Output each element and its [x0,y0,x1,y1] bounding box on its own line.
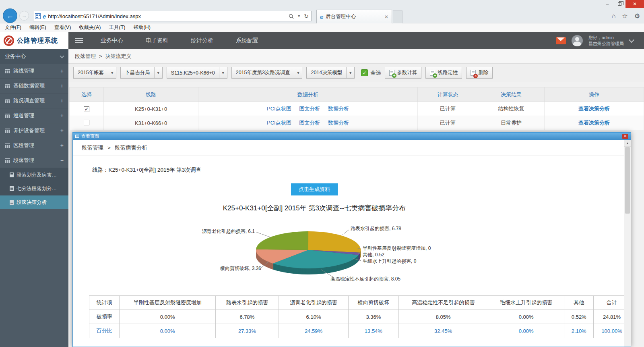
url-text[interactable]: http://localhost:65171/Admin/Index.aspx [48,13,287,19]
expand-plus-icon[interactable]: + [60,112,64,119]
graphic-analysis-link[interactable]: 图文分析 [299,106,320,112]
favorites-star-icon[interactable]: ☆ [622,12,627,20]
chevron-down-icon [60,54,64,58]
line-cell: K25+0-K31+0 [104,102,198,116]
row-checkbox[interactable] [84,106,89,112]
dropdown-survey[interactable]: 2015年度第3次路况调查▼ [231,67,303,79]
sidebar-item-section-mgmt[interactable]: 区段管理+ [0,138,68,153]
col-line: 线路 [104,87,198,102]
sidebar-subitem-segment-division[interactable]: 段落划分及病害… [0,168,68,182]
nav-statistics[interactable]: 统计分析 [180,32,225,49]
scroll-up-icon[interactable]: ▲ [624,140,631,147]
pci-dot-chart-link[interactable]: PCI点状图 [267,120,291,126]
browser-forward-button[interactable]: → [19,11,29,21]
sidebar-section-business-center[interactable]: 业务中心 [0,49,68,64]
dropdown-account-year[interactable]: 2015年帐套▼ [73,67,116,79]
address-dropdown-icon[interactable]: ▼ [297,14,301,18]
chart-title: K25+0-K31+0[全副] 2015年 第3次调查--七类病害破损率分布 [89,204,540,213]
module-icon [5,143,10,148]
param-calc-button[interactable]: 参数计算 [385,67,421,79]
expand-plus-icon[interactable]: + [60,68,64,74]
menu-view[interactable]: 查看(V) [54,24,71,31]
collapse-minus-icon[interactable]: − [60,157,64,164]
dropdown-route[interactable]: S115:K25+0-K66+0▼ [167,67,227,79]
compatibility-view-icon[interactable] [35,13,41,19]
nav-electronic-files[interactable]: 电子资料 [134,32,180,49]
generate-data-button[interactable]: 点击生成资料 [291,183,338,195]
sidebar-item-route-mgmt[interactable]: 路线管理+ [0,64,68,79]
menu-favorites[interactable]: 收藏夹(A) [79,24,101,31]
col-data-analysis: 数据分析 [198,87,418,102]
settings-gear-icon[interactable]: ⚙ [634,12,640,20]
expand-plus-icon[interactable]: + [60,127,64,134]
scrollbar-thumb[interactable] [625,147,630,214]
module-icon [5,99,10,103]
mail-icon[interactable] [556,37,566,44]
dropdown-caret-icon: ▼ [219,67,227,78]
sidebar-item-base-data-mgmt[interactable]: 基础数据管理+ [0,79,68,94]
expand-plus-icon[interactable]: + [60,142,64,149]
select-all-checkbox[interactable]: 全选 [361,69,381,77]
browser-menubar: 文件(F) 编辑(E) 查看(V) 收藏夹(A) 工具(T) 帮助(H) [0,23,644,32]
new-tab-button[interactable] [393,10,402,23]
dropdown-branch[interactable]: 卜昌吉分局▼ [120,67,163,79]
browser-tab[interactable]: e 后台管理中心 ✕ [316,10,392,23]
view-decision-link[interactable]: 查看决策分析 [578,120,610,126]
sidebar-item-patrol-mgmt[interactable]: 巡道管理+ [0,108,68,123]
user-avatar[interactable] [572,35,583,46]
breadcrumb-parent[interactable]: 段落管理 [75,53,96,60]
sidebar-subitem-seven-method[interactable]: 七分法段落划分… [0,182,68,195]
window-maximize-button[interactable] [613,0,625,8]
delete-button[interactable]: 删除 [466,67,493,79]
window-close-button[interactable]: ✕ [625,0,644,8]
home-icon[interactable]: ⌂ [612,12,616,20]
menu-edit[interactable]: 编辑(E) [29,24,46,31]
menu-file[interactable]: 文件(F) [5,24,21,31]
stats-row-name: 破损率 [89,310,120,324]
modal-close-button[interactable]: ✕ [622,134,628,139]
dropdown-decision-model[interactable]: 2014决策模型▼ [306,67,355,79]
menu-help[interactable]: 帮助(H) [133,24,150,31]
data-analysis-link[interactable]: 数据分析 [328,106,349,112]
graphic-analysis-link[interactable]: 图文分析 [299,120,320,126]
col-decision-result: 决策结果 [478,87,545,102]
menu-tools[interactable]: 工具(T) [109,24,125,31]
sidebar-item-segment-mgmt[interactable]: 段落管理− [0,153,68,168]
user-menu-chevron-icon[interactable] [629,37,634,43]
data-analysis-link[interactable]: 数据分析 [328,120,349,126]
modal-scrollbar[interactable]: ▲ [624,140,631,347]
window-minimize-button[interactable]: – [601,0,613,8]
stats-row: 百分比0.00%27.33%24.59%13.54%32.45%0.00%2.1… [89,324,624,338]
modal-breadcrumb-parent[interactable]: 段落管理 [82,144,103,152]
table-row: K31+0-K66+0 PCI点状图 图文分析 数据分析 已计算 日常养护 查看… [70,116,644,130]
pci-dot-chart-link[interactable]: PCI点状图 [267,106,291,112]
col-actions: 操作 [545,87,644,102]
pie-label-surface-water: 路表水引起的损害, 6.78 [351,225,401,232]
view-decision-link[interactable]: 查看决策分析 [578,106,610,112]
modal-titlebar[interactable]: 查看页面 ✕ [73,133,631,140]
route-qualitative-button[interactable]: 线路定性 [425,67,462,79]
nav-business-center[interactable]: 业务中心 [89,32,134,49]
sidebar-item-road-survey-mgmt[interactable]: 路况调查管理+ [0,94,68,108]
breadcrumb-separator: > [99,53,102,59]
user-greeting: 您好，admin [588,35,614,40]
disease-pie-chart: 沥青老化引起的损害, 6.1 路表水引起的损害, 6.78 半刚性基层反射裂缝密… [89,216,540,287]
row-checkbox[interactable] [84,120,89,125]
module-icon [5,69,10,73]
address-bar[interactable]: e http://localhost:65171/Admin/Index.asp… [33,11,312,21]
refresh-icon[interactable]: ↻ [304,13,309,19]
browser-back-button[interactable]: ← [3,9,17,23]
modal-breadcrumb-current: 段落病害分析 [115,144,147,152]
stats-value-cell: 32.45% [398,324,488,338]
search-icon[interactable] [289,14,294,19]
nav-system-config[interactable]: 系统配置 [225,32,270,49]
expand-plus-icon[interactable]: + [60,83,64,89]
sidebar-item-equipment-mgmt[interactable]: 养护设备管理+ [0,123,68,138]
sidebar-subitem-decision-analysis[interactable]: 段落决策分析 [0,195,68,209]
modal-breadcrumb-separator: > [107,145,111,151]
dropdown-caret-icon: ▼ [108,67,116,78]
sidebar-toggle-button[interactable] [68,32,89,49]
stats-header-cell: 沥青老化引起的损害 [279,296,348,310]
expand-plus-icon[interactable]: + [60,98,64,104]
tab-close-icon[interactable]: ✕ [384,14,388,20]
